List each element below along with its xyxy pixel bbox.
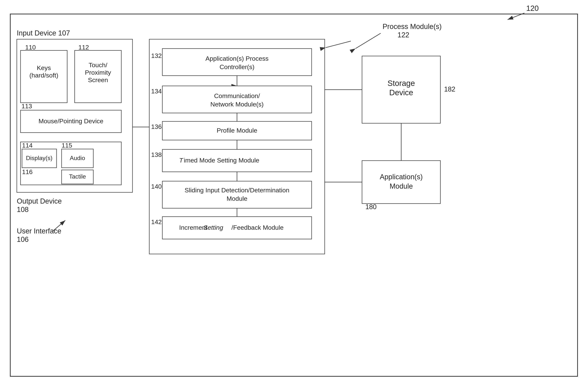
audio-label: Audio bbox=[70, 155, 85, 161]
svg-text:Network Module(s): Network Module(s) bbox=[210, 101, 264, 108]
ref-138: 138 bbox=[151, 151, 162, 158]
touch-label: Touch/ bbox=[89, 62, 107, 68]
ref-136: 136 bbox=[151, 123, 162, 130]
ref-142: 142 bbox=[151, 218, 162, 226]
ref-114: 114 bbox=[22, 142, 33, 149]
ref-115: 115 bbox=[62, 142, 72, 149]
output-device-label: Output Device bbox=[17, 197, 62, 205]
ref-110: 110 bbox=[25, 44, 36, 51]
ref-116: 116 bbox=[22, 168, 33, 175]
svg-text:108: 108 bbox=[17, 206, 28, 214]
process-module-label: Process Module(s) bbox=[382, 22, 442, 30]
process-module-ref: 122 bbox=[397, 31, 409, 39]
ref-134: 134 bbox=[151, 88, 162, 95]
module-134-label: Communication/ bbox=[214, 92, 260, 99]
module-138-label: T bbox=[179, 157, 183, 164]
tactile-label: Tactile bbox=[69, 173, 86, 180]
module-132-label: Application(s) Process bbox=[206, 55, 269, 62]
svg-rect-21 bbox=[162, 48, 312, 76]
ref-132: 132 bbox=[151, 52, 162, 59]
svg-text:Proximity: Proximity bbox=[85, 69, 111, 76]
module-136-label: Profile Module bbox=[217, 127, 257, 134]
svg-rect-42 bbox=[362, 160, 440, 204]
app-module-label: Application(s) bbox=[380, 173, 423, 181]
mouse-label: Mouse/Pointing Device bbox=[38, 118, 103, 124]
svg-text:Device: Device bbox=[389, 88, 413, 97]
svg-text:Setting: Setting bbox=[203, 224, 223, 231]
ref-140: 140 bbox=[151, 183, 162, 190]
ref-113: 113 bbox=[21, 102, 32, 110]
svg-text:106: 106 bbox=[17, 236, 28, 243]
ref-180: 180 bbox=[365, 203, 377, 211]
module-142-label: Increment bbox=[179, 224, 208, 231]
keys-label: Keys bbox=[37, 64, 51, 71]
svg-text:(hard/soft): (hard/soft) bbox=[29, 72, 58, 79]
input-device-label: Input Device 107 bbox=[17, 29, 70, 37]
svg-text:Screen: Screen bbox=[88, 76, 108, 84]
svg-text:Module: Module bbox=[390, 182, 413, 190]
ref-112: 112 bbox=[78, 44, 89, 51]
module-140-label: Sliding Input Detection/Determination bbox=[185, 186, 289, 194]
storage-label: Storage bbox=[387, 79, 415, 88]
displays-label: Display(s) bbox=[26, 155, 52, 161]
ui-label: User Interface bbox=[17, 227, 61, 235]
svg-text:/Feedback Module: /Feedback Module bbox=[231, 224, 284, 231]
svg-text:Controller(s): Controller(s) bbox=[220, 63, 254, 70]
svg-text:Module: Module bbox=[227, 195, 248, 202]
svg-text:imed Mode Setting Module: imed Mode Setting Module bbox=[184, 157, 259, 164]
ref-182: 182 bbox=[444, 85, 455, 93]
ref-120: 120 bbox=[526, 4, 539, 12]
svg-rect-33 bbox=[162, 181, 312, 208]
svg-rect-25 bbox=[162, 86, 312, 113]
